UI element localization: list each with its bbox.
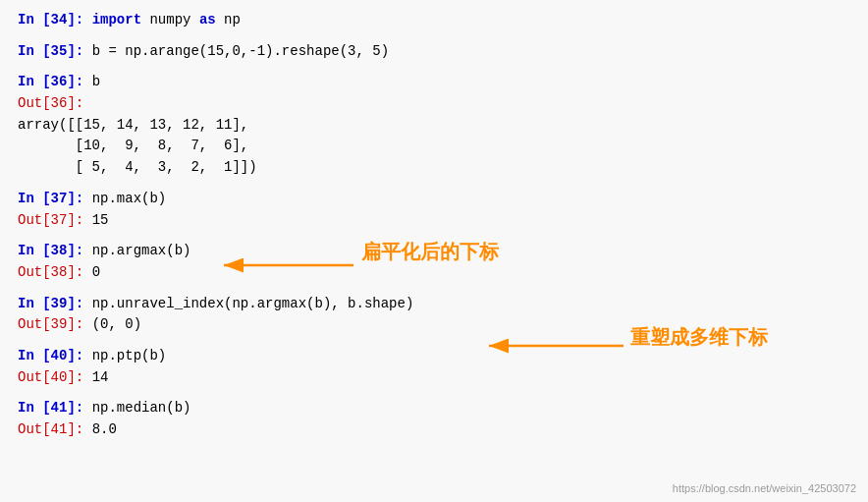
prompt-in-38: In [	[18, 241, 51, 262]
prompt-in-39: In [	[18, 294, 51, 315]
out-38-val: 0	[92, 262, 100, 284]
line-34-in: In [34]: import numpy as np	[18, 10, 850, 31]
prompt-in-34: In [	[18, 10, 51, 31]
num-35: 35	[51, 41, 68, 63]
out-37-val: 15	[92, 210, 109, 232]
prompt-in-41b: ]:	[67, 398, 91, 419]
line-36-out-label: Out[36]:	[18, 93, 850, 115]
num-38: 38	[51, 241, 68, 262]
prompt-in-34b: ]:	[67, 10, 91, 31]
line-38-out: Out[38]: 0	[18, 262, 850, 284]
annotation-flatten: 扁平化后的下标	[361, 239, 499, 265]
out-36-label: Out[36]:	[18, 93, 83, 115]
num-36: 36	[51, 72, 68, 93]
num-41: 41	[51, 398, 68, 419]
kw-as: as	[199, 10, 216, 31]
out-41-val: 8.0	[92, 419, 117, 441]
num-37: 37	[51, 189, 68, 210]
array-line-2: [10, 9, 8, 7, 6],	[18, 136, 850, 157]
array-line-1: array([[15, 14, 13, 12, 11],	[18, 115, 850, 137]
line-40-out: Out[40]: 14	[18, 367, 850, 389]
kw-import: import	[92, 10, 141, 31]
arrow-flatten	[216, 251, 358, 280]
num-34: 34	[51, 10, 68, 31]
out-38-label: Out[38]:	[18, 262, 92, 284]
out-41-label: Out[41]:	[18, 419, 92, 441]
line-37-out: Out[37]: 15	[18, 210, 850, 232]
prompt-in-41: In [	[18, 398, 51, 419]
arrow-reshape	[481, 331, 628, 361]
prompt-in-37: In [	[18, 189, 51, 210]
line-37-in: In [37]: np.max(b)	[18, 189, 850, 210]
out-40-label: Out[40]:	[18, 367, 92, 389]
array-line-3: [ 5, 4, 3, 2, 1]])	[18, 157, 850, 179]
prompt-in-38b: ]:	[67, 241, 91, 262]
annotation-reshape: 重塑成多维下标	[630, 324, 768, 351]
line-39-in: In [39]: np.unravel_index(np.argmax(b), …	[18, 294, 850, 315]
code-area: In [34]: import numpy as np In [35]: b =…	[0, 0, 868, 451]
prompt-in-36b: ]:	[67, 72, 91, 93]
line-36-in: In [36]: b	[18, 72, 850, 93]
num-40: 40	[51, 346, 68, 367]
num-39: 39	[51, 294, 68, 315]
line-35-in: In [35]: b = np.arange(15,0,-1).reshape(…	[18, 41, 850, 63]
line-41-out: Out[41]: 8.0	[18, 419, 850, 441]
out-40-val: 14	[92, 367, 109, 389]
out-37-label: Out[37]:	[18, 210, 92, 232]
prompt-in-40b: ]:	[67, 346, 91, 367]
prompt-in-40: In [	[18, 346, 51, 367]
out-39-label: Out[39]:	[18, 314, 92, 336]
prompt-in-39b: ]:	[67, 294, 91, 315]
prompt-in-35: In [	[18, 41, 51, 63]
prompt-in-35b: ]:	[67, 41, 91, 63]
line-41-in: In [41]: np.median(b)	[18, 398, 850, 419]
out-39-val: (0, 0)	[92, 314, 141, 336]
prompt-in-36: In [	[18, 72, 51, 93]
watermark: https://blog.csdn.net/weixin_42503072	[673, 482, 856, 494]
prompt-in-37b: ]:	[67, 189, 91, 210]
